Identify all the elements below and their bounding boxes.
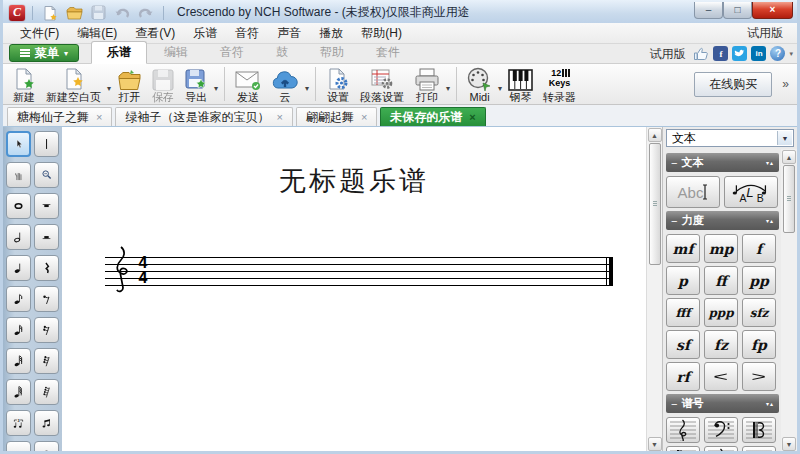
section-toggle-icons[interactable]: ▾▴ bbox=[766, 400, 774, 407]
dynamic-fp-button[interactable]: fp bbox=[742, 330, 776, 359]
beamed-notes-tool[interactable] bbox=[34, 410, 59, 436]
piano-button[interactable]: 钢琴 bbox=[503, 65, 538, 104]
menu-play[interactable]: 播放 bbox=[310, 23, 352, 44]
dropdown-arrow-icon[interactable]: ▾ bbox=[214, 76, 218, 93]
doc-tab-1[interactable]: 糖梅仙子之舞 × bbox=[7, 107, 112, 126]
quick-open-button[interactable] bbox=[64, 4, 84, 22]
scroll-thumb[interactable] bbox=[783, 165, 795, 233]
lyrics-tool-button[interactable]: A B L bbox=[724, 176, 778, 208]
dynamic-fff-button[interactable]: fff bbox=[666, 298, 700, 327]
crescendo-hairpin-button[interactable]: < bbox=[704, 362, 738, 391]
undo-button[interactable] bbox=[112, 4, 132, 22]
scroll-down-button[interactable]: ▼ bbox=[782, 437, 796, 451]
whole-rest-tool[interactable] bbox=[34, 193, 59, 219]
close-tab-icon[interactable]: × bbox=[276, 111, 282, 123]
ribbon-tab-score[interactable]: 乐谱 bbox=[91, 41, 147, 64]
dynamic-pp-button[interactable]: pp bbox=[742, 266, 776, 295]
panel-scrollbar[interactable]: ▲ ▼ bbox=[781, 149, 797, 452]
menu-score[interactable]: 乐谱 bbox=[184, 23, 226, 44]
scroll-up-button[interactable]: ▲ bbox=[648, 128, 662, 142]
dynamic-sf-button[interactable]: sf bbox=[666, 330, 700, 359]
quick-save-button[interactable] bbox=[88, 4, 108, 22]
buy-online-button[interactable]: 在线购买 bbox=[694, 72, 772, 97]
close-tab-icon[interactable]: × bbox=[96, 111, 102, 123]
whole-note-tool[interactable] bbox=[6, 193, 31, 219]
music-staff[interactable] bbox=[105, 257, 613, 286]
dropdown-arrow-icon[interactable]: ▾ bbox=[305, 76, 309, 93]
dynamic-ppp-button[interactable]: ppp bbox=[704, 298, 738, 327]
print-button[interactable]: 打印 bbox=[409, 65, 445, 104]
scroll-down-button[interactable]: ▼ bbox=[648, 437, 662, 451]
keys-transcriber-button[interactable]: 12 Keys 转录器 bbox=[538, 65, 581, 104]
midi-button[interactable]: Midi bbox=[462, 65, 497, 104]
treble-octave-clef-button[interactable] bbox=[704, 446, 738, 452]
close-tab-icon[interactable]: × bbox=[469, 111, 475, 123]
help-icon[interactable]: ? bbox=[770, 46, 785, 61]
redo-button[interactable] bbox=[136, 4, 156, 22]
doc-tab-2[interactable]: 绿袖子（这是谁家的宝贝） × bbox=[115, 107, 292, 126]
linkedin-icon[interactable]: in bbox=[751, 46, 766, 61]
toolbar-overflow-button[interactable]: » bbox=[778, 77, 793, 91]
dynamic-sfz-button[interactable]: sfz bbox=[742, 298, 776, 327]
ribbon-tab-help[interactable]: 帮助 bbox=[305, 42, 359, 63]
tenor-clef-button[interactable] bbox=[666, 446, 700, 452]
sixteenth-rest-tool[interactable] bbox=[34, 317, 59, 343]
green-menu-button[interactable]: 菜单 ▾ bbox=[9, 44, 79, 62]
save-button[interactable]: 保存 bbox=[147, 65, 179, 104]
dynamic-fz-button[interactable]: fz bbox=[704, 330, 738, 359]
export-button[interactable]: 导出 bbox=[179, 65, 213, 104]
new-blank-page-button[interactable]: 新建空白页 bbox=[41, 65, 106, 104]
canvas-scrollbar[interactable]: ▲ ▼ bbox=[646, 127, 662, 452]
paragraph-settings-button[interactable]: 段落设置 bbox=[355, 65, 409, 104]
thirty-second-rest-tool[interactable] bbox=[34, 348, 59, 374]
score-canvas[interactable]: 无标题乐谱 4 4 bbox=[62, 127, 646, 452]
settings-button[interactable]: 设置 bbox=[321, 65, 355, 104]
scroll-up-button[interactable]: ▲ bbox=[782, 150, 796, 164]
doc-tab-3[interactable]: 翩翩起舞 × bbox=[296, 107, 377, 126]
bass-clef-button[interactable] bbox=[704, 417, 738, 443]
dynamic-mf-button[interactable]: mf bbox=[666, 234, 700, 263]
quarter-rest-tool[interactable] bbox=[34, 255, 59, 281]
menu-help[interactable]: 帮助(H) bbox=[352, 23, 411, 44]
section-header-dynamics[interactable]: − 力度 ▾▴ bbox=[666, 211, 779, 230]
minimize-button[interactable]: – bbox=[694, 2, 723, 19]
treble-clef-button[interactable] bbox=[666, 417, 700, 443]
dynamic-f-button[interactable]: f bbox=[742, 234, 776, 263]
collapse-icon[interactable]: − bbox=[671, 157, 677, 169]
section-toggle-icons[interactable]: ▾▴ bbox=[766, 217, 774, 224]
ribbon-tab-drums[interactable]: 鼓 bbox=[261, 42, 303, 63]
new-button[interactable]: 新建 bbox=[7, 65, 41, 104]
ribbon-tab-suite[interactable]: 套件 bbox=[361, 42, 415, 63]
maximize-button[interactable]: □ bbox=[723, 2, 752, 19]
dropdown-arrow-icon[interactable]: ▾ bbox=[107, 76, 111, 93]
send-button[interactable]: 发送 bbox=[230, 65, 266, 104]
sixteenth-note-tool[interactable] bbox=[6, 317, 31, 343]
twitter-icon[interactable] bbox=[732, 46, 747, 61]
decrescendo-hairpin-button[interactable]: > bbox=[742, 362, 776, 391]
open-button[interactable]: 打开 bbox=[112, 65, 147, 104]
slur-tool[interactable] bbox=[34, 441, 59, 454]
menu-notes[interactable]: 音符 bbox=[226, 23, 268, 44]
select-tool[interactable] bbox=[6, 131, 31, 157]
sixty-fourth-rest-tool[interactable] bbox=[34, 379, 59, 405]
eighth-rest-tool[interactable] bbox=[34, 286, 59, 312]
ribbon-tab-edit[interactable]: 编辑 bbox=[149, 42, 203, 63]
zoom-tool[interactable] bbox=[34, 162, 59, 188]
half-rest-tool[interactable] bbox=[34, 224, 59, 250]
neutral-clef-button[interactable] bbox=[742, 446, 776, 452]
dynamic-mp-button[interactable]: mp bbox=[704, 234, 738, 263]
quick-new-button[interactable] bbox=[40, 4, 60, 22]
ribbon-tab-notes[interactable]: 音符 bbox=[205, 42, 259, 63]
hand-pan-tool[interactable] bbox=[6, 162, 31, 188]
thumbs-up-icon[interactable] bbox=[693, 46, 709, 61]
close-tab-icon[interactable]: × bbox=[361, 111, 367, 123]
tie-tool[interactable] bbox=[6, 441, 31, 454]
section-toggle-icons[interactable]: ▾▴ bbox=[766, 159, 774, 166]
text-tool-button[interactable]: Abc bbox=[666, 176, 720, 208]
eighth-note-tool[interactable] bbox=[6, 286, 31, 312]
cloud-button[interactable]: 云 bbox=[266, 65, 304, 104]
barline-tool[interactable] bbox=[34, 131, 59, 157]
sixty-fourth-note-tool[interactable] bbox=[6, 379, 31, 405]
section-header-clefs[interactable]: − 谱号 ▾▴ bbox=[666, 394, 779, 413]
dropdown-arrow-icon[interactable]: ▾ bbox=[498, 76, 502, 93]
